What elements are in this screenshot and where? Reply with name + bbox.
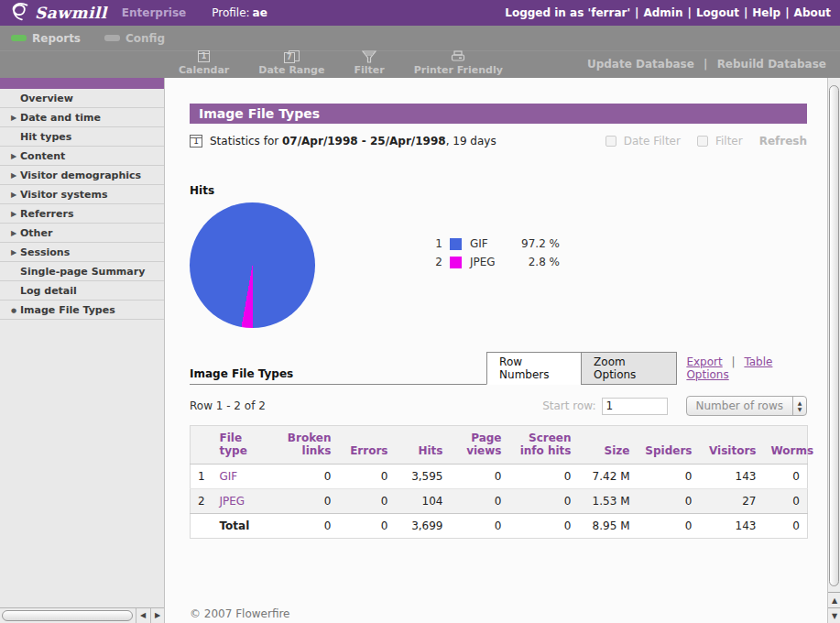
gif-link[interactable]: GIF [220, 470, 238, 483]
separator [785, 6, 789, 19]
pie-chart-block: Hits 1 GIF 97.2 % 2 JPEG 2.8 % [190, 184, 807, 328]
reports-tab-icon [11, 35, 27, 41]
tab-row-numbers[interactable]: Row Numbers [486, 352, 582, 385]
gif-swatch-icon [450, 238, 462, 250]
copyright-text: © 2007 Flowerfire [190, 607, 807, 620]
image-file-types-table: File type Broken links Errors Hits Page … [190, 425, 808, 539]
spinner-arrows-icon[interactable] [792, 397, 806, 415]
date-range-button[interactable]: 7 Date Range [258, 49, 324, 76]
separator [688, 6, 692, 19]
sidebar-item-image-file-types[interactable]: Image File Types [0, 301, 164, 320]
sidebar-item-visitor-demographics[interactable]: Visitor demographics [0, 166, 164, 185]
number-of-rows-dropdown[interactable]: Number of rows [686, 396, 807, 416]
separator [704, 58, 707, 71]
table-header-row: File type Broken links Errors Hits Page … [191, 426, 808, 465]
table-row: 2 JPEG 0 0 104 0 0 1.53 M 0 27 0 [191, 489, 808, 514]
logged-in-text: Logged in as 'ferrar' [505, 6, 630, 19]
profile-label: Profile:ae [212, 6, 267, 19]
separator [635, 6, 638, 19]
separator [744, 6, 747, 19]
sidebar-header-strip [0, 78, 164, 89]
tab-reports[interactable]: Reports [11, 32, 81, 45]
date-filter-checkbox-icon[interactable] [605, 136, 616, 147]
chart-legend: 1 GIF 97.2 % 2 JPEG 2.8 % [430, 237, 560, 328]
current-item-bullet-icon [11, 306, 20, 314]
pie-chart [190, 202, 315, 328]
date-range-icon: 7 [284, 50, 300, 63]
disclosure-arrow-icon [11, 248, 20, 257]
scroll-up-icon[interactable] [828, 592, 840, 607]
content-area: Overview Date and time Hit types Content… [0, 78, 840, 623]
sidebar-item-hit-types[interactable]: Hit types [0, 127, 164, 147]
legend-item: 1 GIF 97.2 % [430, 237, 560, 250]
filter-label: Filter [715, 135, 743, 148]
vertical-scrollbar[interactable] [827, 78, 840, 623]
refresh-button[interactable]: Refresh [759, 135, 807, 148]
top-bar: Sawmill Enterprise Profile:ae Logged in … [0, 0, 840, 26]
sidebar-item-log-detail[interactable]: Log detail [0, 281, 164, 301]
calendar-icon: 1 [198, 50, 210, 62]
sidebar-item-other[interactable]: Other [0, 224, 164, 243]
tab-zoom-options[interactable]: Zoom Options [581, 352, 677, 385]
start-row-input[interactable] [602, 398, 668, 415]
row-range-text: Row 1 - 2 of 2 [190, 399, 266, 412]
disclosure-arrow-icon [11, 210, 20, 218]
sidebar-item-single-page-summary[interactable]: Single-page Summary [0, 262, 164, 281]
table-links: Export Table Options [686, 355, 807, 385]
sidebar-item-overview[interactable]: Overview [0, 89, 164, 108]
database-links: Update Database Rebuild Database [587, 58, 826, 71]
statistics-row: 1 Statistics for 07/Apr/1998 - 25/Apr/19… [190, 135, 807, 148]
scroll-right-icon[interactable] [150, 608, 164, 623]
scroll-down-icon[interactable] [828, 607, 840, 623]
main-panel: Image File Types 1 Statistics for 07/Apr… [165, 78, 827, 623]
table-row: 1 GIF 0 0 3,595 0 0 7.42 M 0 143 0 [191, 465, 808, 489]
printer-icon [451, 49, 465, 63]
sidebar: Overview Date and time Hit types Content… [0, 78, 165, 623]
help-link[interactable]: Help [752, 6, 780, 19]
sidebar-item-visitor-systems[interactable]: Visitor systems [0, 185, 164, 204]
calendar-button[interactable]: 1 Calendar [179, 49, 229, 76]
disclosure-arrow-icon [11, 114, 20, 122]
date-range-value: 07/Apr/1998 - 25/Apr/1998 [282, 135, 446, 148]
sidebar-item-content[interactable]: Content [0, 147, 164, 166]
filter-checkbox-icon[interactable] [697, 136, 708, 147]
scrollbar-thumb[interactable] [2, 610, 133, 621]
filter-button[interactable]: Filter [354, 49, 384, 76]
logout-link[interactable]: Logout [696, 6, 739, 19]
table-title: Image File Types [190, 367, 486, 385]
sidebar-horizontal-scrollbar[interactable] [0, 607, 164, 623]
scrollbar-thumb[interactable] [829, 85, 839, 586]
profile-value: ae [253, 6, 267, 19]
table-total-row: Total 0 0 3,699 0 0 8.95 M 0 143 0 [191, 514, 808, 539]
config-tab-icon [104, 35, 120, 41]
calendar-icon: 1 [190, 135, 202, 148]
scroll-left-icon[interactable] [136, 608, 149, 623]
jpeg-link[interactable]: JPEG [220, 495, 245, 508]
about-link[interactable]: About [794, 6, 831, 19]
brand-name: Sawmill [35, 4, 107, 22]
sawmill-logo-icon [9, 1, 31, 26]
legend-item: 2 JPEG 2.8 % [430, 256, 560, 268]
date-filter-label: Date Filter [624, 135, 681, 148]
sidebar-item-date-and-time[interactable]: Date and time [0, 108, 164, 127]
separator [732, 355, 736, 368]
update-database-link[interactable]: Update Database [587, 58, 694, 71]
edition-label: Enterprise [122, 6, 186, 19]
filter-icon [362, 49, 376, 63]
admin-link[interactable]: Admin [643, 6, 682, 19]
brand: Sawmill [9, 1, 107, 26]
sidebar-spacer [0, 320, 164, 607]
sidebar-item-sessions[interactable]: Sessions [0, 243, 164, 262]
filter-controls: Date Filter Filter Refresh [605, 135, 807, 148]
tab-config[interactable]: Config [104, 32, 165, 45]
nav-row: Reports Config [0, 26, 840, 50]
export-link[interactable]: Export [686, 355, 722, 368]
table-section-header: Image File Types Row Numbers Zoom Option… [190, 352, 807, 385]
disclosure-arrow-icon [11, 171, 20, 180]
printer-friendly-button[interactable]: Printer Friendly [414, 49, 503, 76]
toolbar: 1 Calendar 7 Date Range Filter Printer F… [0, 50, 840, 78]
row-info-bar: Row 1 - 2 of 2 Start row: Number of rows [190, 396, 807, 416]
sidebar-item-referrers[interactable]: Referrers [0, 204, 164, 224]
rebuild-database-link[interactable]: Rebuild Database [717, 58, 826, 71]
disclosure-arrow-icon [11, 229, 20, 237]
